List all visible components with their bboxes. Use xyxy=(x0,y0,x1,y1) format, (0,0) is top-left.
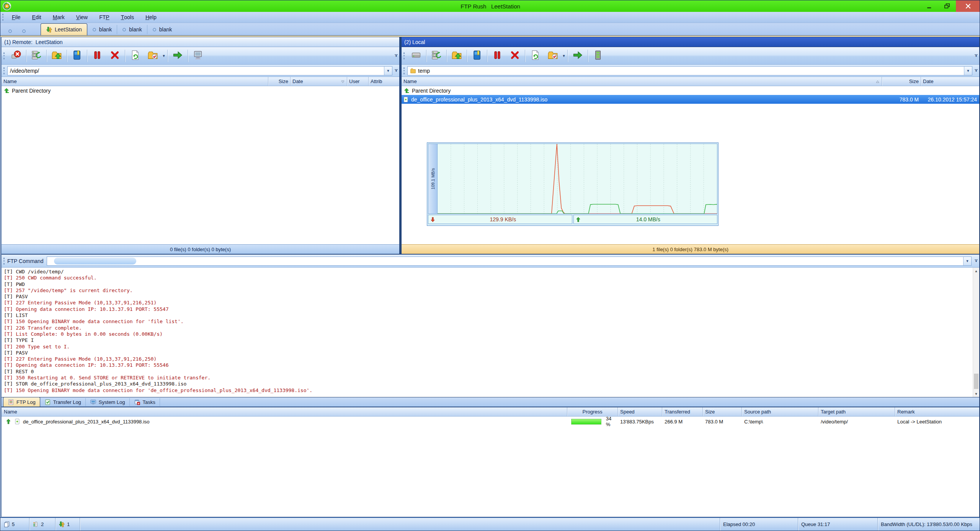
column-size[interactable]: Size xyxy=(882,77,921,86)
tab-circle-icon[interactable] xyxy=(8,28,12,32)
close-button[interactable] xyxy=(956,0,980,12)
tab-leetstation[interactable]: LeetStation xyxy=(41,23,87,35)
toolbar-grip[interactable] xyxy=(403,67,405,74)
chevron-down-icon[interactable]: ▼ xyxy=(963,257,971,265)
drive-button[interactable] xyxy=(407,48,425,64)
column-target-path[interactable]: Target path xyxy=(818,407,895,416)
tab-blank-2[interactable]: blank xyxy=(117,25,147,34)
remote-file-list[interactable]: Parent Directory xyxy=(2,86,399,244)
chevron-down-icon[interactable]: ▼ xyxy=(964,67,972,75)
menu-mark[interactable]: Mark xyxy=(47,12,70,23)
chevron-down-icon[interactable]: ▼ xyxy=(562,54,566,58)
refresh-file-button[interactable] xyxy=(526,48,544,64)
tab-circle-icon[interactable] xyxy=(22,28,26,32)
tab-transfer-log[interactable]: Transfer Log xyxy=(40,398,86,406)
refresh-file-button[interactable] xyxy=(126,48,144,64)
column-size[interactable]: Size xyxy=(268,77,291,86)
menu-help[interactable]: Help xyxy=(140,12,162,23)
column-user[interactable]: User xyxy=(347,77,369,86)
column-remark[interactable]: Remark xyxy=(895,407,979,416)
column-attrib[interactable]: Attrib xyxy=(369,77,399,86)
abort-button[interactable] xyxy=(506,48,524,64)
toolbar-grip[interactable] xyxy=(2,14,3,21)
bookmark-button[interactable] xyxy=(68,48,86,64)
tab-label: blank xyxy=(159,26,172,33)
ftp-rush-window: FTP Rush LeetStation FileEditMarkViewFTP… xyxy=(0,0,980,531)
column-speed[interactable]: Speed xyxy=(618,407,662,416)
verify-folder-button[interactable] xyxy=(144,48,162,64)
column-name[interactable]: Name xyxy=(2,407,567,416)
pause-icon xyxy=(492,50,503,62)
tab-ftp-log[interactable]: FTP Log xyxy=(3,397,40,407)
list-item-parent-directory[interactable]: Parent Directory xyxy=(2,86,399,95)
column-transferred[interactable]: Transferred xyxy=(662,407,703,416)
server-sync-button[interactable] xyxy=(428,48,445,64)
restore-button[interactable] xyxy=(938,0,956,12)
local-file-list[interactable]: Parent Directory de_office_professional_… xyxy=(402,86,979,244)
server-sync-button[interactable] xyxy=(28,48,45,64)
scroll-up-icon[interactable]: ▲ xyxy=(973,268,979,274)
abort-button[interactable] xyxy=(106,48,124,64)
chevron-down-icon[interactable]: ▼ xyxy=(162,54,166,58)
log-tabs: FTP LogTransfer LogSystem LogTasks xyxy=(2,397,979,407)
transfer-button[interactable] xyxy=(169,48,186,64)
toolbar-grip[interactable] xyxy=(3,67,5,74)
queue-column-headers: Name Progress Speed Transferred Size Sou… xyxy=(2,407,979,417)
local-path-combobox[interactable]: temp ▼ xyxy=(407,66,972,75)
pause-button[interactable] xyxy=(88,48,106,64)
chevron-down-icon[interactable]: ▼ xyxy=(384,67,392,75)
menu-file[interactable]: File xyxy=(6,12,26,23)
disconnect-button[interactable] xyxy=(7,48,25,64)
menu-tools[interactable]: Tools xyxy=(115,12,140,23)
toolbar-overflow-button[interactable]: ▼ xyxy=(973,47,979,64)
log-line: [T] Opening data connection IP: 10.13.37… xyxy=(4,362,973,368)
folder-up-button[interactable] xyxy=(448,48,466,64)
tab-system-log[interactable]: System Log xyxy=(86,398,130,406)
status-spacer xyxy=(80,518,720,531)
bookmark-button[interactable] xyxy=(468,48,486,64)
tab-blank-3[interactable]: blank xyxy=(147,25,177,34)
menu-edit[interactable]: Edit xyxy=(26,12,47,23)
tab-tasks[interactable]: Tasks xyxy=(130,398,160,406)
list-item-iso-file[interactable]: de_office_professional_plus_2013_x64_dvd… xyxy=(402,95,979,104)
tab-label: Transfer Log xyxy=(53,399,81,405)
toolbar-overflow-button[interactable]: ▼ xyxy=(394,47,399,64)
column-progress[interactable]: Progress xyxy=(567,407,618,416)
scroll-thumb[interactable] xyxy=(974,374,978,389)
console-button[interactable] xyxy=(189,48,207,64)
column-date[interactable]: Date xyxy=(921,77,979,86)
list-item-parent-directory[interactable]: Parent Directory xyxy=(402,86,979,95)
folder-up-button[interactable] xyxy=(48,48,65,64)
toolbar-overflow-button[interactable]: ▼ xyxy=(394,65,399,77)
menu-ftp[interactable]: FTP xyxy=(93,12,115,23)
column-size[interactable]: Size xyxy=(703,407,742,416)
local-panel-header[interactable]: (2) Local xyxy=(402,37,979,47)
scroll-down-icon[interactable]: ▼ xyxy=(973,390,979,397)
local-column-headers: Name Size Date xyxy=(402,77,979,86)
pause-button[interactable] xyxy=(488,48,506,64)
queue-row[interactable]: de_office_professional_plus_2013_x64_dvd… xyxy=(2,417,979,426)
verify-folder-button[interactable] xyxy=(544,48,562,64)
folder-icon xyxy=(410,68,416,74)
log-scrollbar[interactable]: ▲ ▼ xyxy=(973,268,979,397)
toolbar-overflow-button[interactable]: ▼ xyxy=(973,65,979,77)
menu-view[interactable]: View xyxy=(70,12,93,23)
minimize-button[interactable] xyxy=(921,0,938,12)
tab-blank-1[interactable]: blank xyxy=(87,25,117,34)
column-name[interactable]: Name xyxy=(402,77,882,86)
ftp-command-input[interactable]: ▼ xyxy=(47,257,972,266)
toolbar-grip[interactable] xyxy=(3,52,5,59)
column-source-path[interactable]: Source path xyxy=(742,407,818,416)
column-name[interactable]: Name xyxy=(2,77,268,86)
remote-path-combobox[interactable]: /video/temp/ ▼ xyxy=(7,66,392,75)
windows-icon xyxy=(3,521,10,528)
column-date[interactable]: Date xyxy=(291,77,347,86)
toolbar-overflow-button[interactable]: ▼ xyxy=(973,255,979,267)
toolbar-grip[interactable] xyxy=(403,52,405,59)
remote-panel-header[interactable]: (1) Remote: LeetStation xyxy=(2,37,399,47)
memory-button[interactable] xyxy=(589,48,607,64)
tab-label: blank xyxy=(99,26,112,33)
transfer-button[interactable] xyxy=(569,48,586,64)
toolbar-grip[interactable] xyxy=(3,258,5,265)
server-sync-icon xyxy=(31,50,42,62)
